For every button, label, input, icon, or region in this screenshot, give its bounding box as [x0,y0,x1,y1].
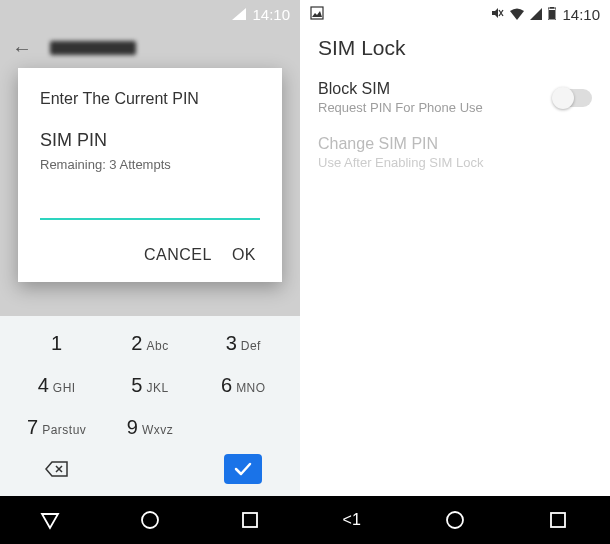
key-3[interactable]: 3Def [203,332,283,355]
svg-point-6 [447,512,463,528]
nav-home-icon[interactable] [137,507,163,533]
block-sim-desc: Request PIN For Phone Use [318,100,554,115]
ok-button[interactable]: OK [232,246,256,264]
backspace-key[interactable] [38,454,76,484]
pin-entry-dialog: Enter The Current PIN SIM PIN Remaining:… [18,68,282,282]
svg-rect-4 [550,7,554,9]
screen-pin-entry: 14:10 ← Enter The Current PIN SIM PIN Re… [0,0,300,544]
nav-back-icon[interactable] [37,507,63,533]
status-bar: 14:10 [0,0,300,28]
settings-header: ← [0,28,300,68]
screen-sim-lock-settings: 14:10 SIM Lock Block SIM Request PIN For… [300,0,610,544]
battery-icon [548,6,556,23]
nav-recent-icon[interactable] [545,507,571,533]
status-time: 14:10 [252,6,290,23]
svg-point-0 [142,512,158,528]
svg-rect-5 [549,10,555,19]
key-4[interactable]: 4GHI [17,374,97,397]
status-bar: 14:10 [300,0,610,28]
page-title-blurred [50,41,136,55]
back-arrow-icon[interactable]: ← [12,37,32,60]
nav-home-icon[interactable] [442,507,468,533]
mute-icon [490,6,504,23]
navigation-bar [0,496,300,544]
key-6[interactable]: 6MNO [203,374,283,397]
svg-rect-2 [311,7,323,19]
numeric-keypad: 1 2Abc 3Def 4GHI 5JKL 6MNO 7Parstuv 9Wxv… [0,316,300,496]
key-1[interactable]: 1 [17,332,97,355]
dialog-subtitle: SIM PIN [40,130,260,151]
svg-rect-1 [243,513,257,527]
key-2[interactable]: 2Abc [110,332,190,355]
navigation-bar: <1 [300,496,610,544]
pin-input[interactable] [40,198,260,220]
wifi-icon [510,6,524,23]
block-sim-label: Block SIM [318,80,554,98]
dialog-actions: CANCEL OK [40,238,260,272]
key-7[interactable]: 7Parstuv [17,416,97,439]
change-pin-row: Change SIM PIN Use After Enabling SIM Lo… [300,125,610,180]
status-time: 14:10 [562,6,600,23]
picture-icon [310,6,324,23]
change-pin-desc: Use After Enabling SIM Lock [318,155,592,170]
key-5[interactable]: 5JKL [110,374,190,397]
block-sim-toggle[interactable] [554,89,592,107]
key-9[interactable]: 9Wxvz [110,416,190,439]
page-title: SIM Lock [300,28,610,70]
nav-back-icon[interactable]: <1 [339,507,365,533]
attempts-hint: Remaining: 3 Attempts [40,157,260,172]
nav-recent-icon[interactable] [237,507,263,533]
signal-icon [530,6,542,23]
block-sim-row[interactable]: Block SIM Request PIN For Phone Use [300,70,610,125]
cancel-button[interactable]: CANCEL [144,246,212,264]
enter-key[interactable] [224,454,262,484]
signal-icon [232,8,246,20]
change-pin-label: Change SIM PIN [318,135,592,153]
dialog-title: Enter The Current PIN [40,90,260,108]
svg-rect-7 [551,513,565,527]
